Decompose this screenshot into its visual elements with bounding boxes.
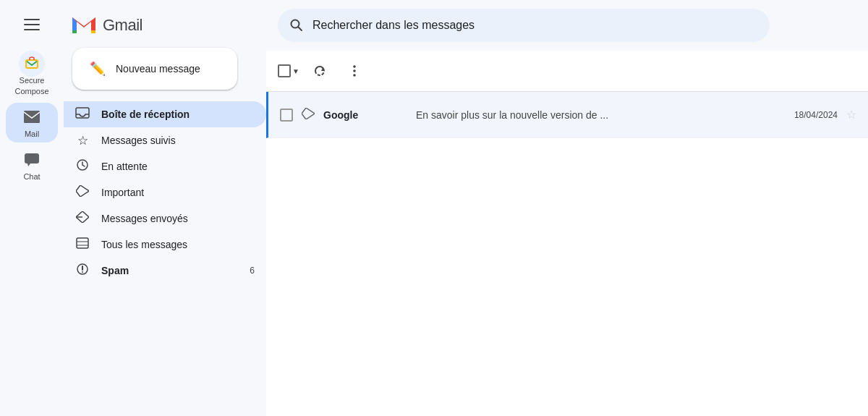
svg-rect-3 [24,111,40,123]
select-all-dropdown[interactable]: ▼ [278,64,299,77]
svg-marker-8 [76,185,89,197]
rail-item-mail[interactable]: Mail [6,103,58,143]
compose-button-label: Nouveau message [116,63,200,75]
icon-rail: Secure Compose Mail Chat [0,0,64,416]
refresh-button[interactable] [305,56,334,85]
svg-rect-4 [25,153,39,164]
email-important-icon [302,108,315,122]
mail-icon [23,110,41,124]
hamburger-icon [24,19,40,30]
all-mail-icon [75,237,90,252]
secure-compose-icon [19,51,45,77]
pencil-icon: ✏️ [90,61,106,77]
clock-icon [75,158,90,175]
sidebar: Gmail ✏️ Nouveau message Boîte de récept… [64,0,266,416]
secure-compose-label: Secure [20,76,45,85]
hamburger-menu-button[interactable] [14,7,49,42]
sidebar-nav: Boîte de réception ☆ Messages suivis En … [64,101,266,284]
gmail-m-logo [69,14,98,36]
spam-icon [75,263,90,279]
svg-marker-5 [27,164,30,166]
spam-label: Spam [101,265,238,276]
starred-label: Messages suivis [101,135,255,146]
rail-item-chat[interactable]: Chat [6,145,58,185]
email-subject: En savoir plus sur la nouvelle version d… [416,109,783,121]
search-icon [289,18,304,33]
sidebar-item-starred[interactable]: ☆ Messages suivis [64,127,266,153]
email-star[interactable]: ☆ [846,108,856,122]
sidebar-item-snoozed[interactable]: En attente [64,153,266,179]
sidebar-item-important[interactable]: Important [64,179,266,205]
mail-icon-container [16,107,48,127]
select-all-arrow[interactable]: ▼ [292,67,299,75]
svg-line-18 [299,27,302,31]
secure-compose-label2: Compose [14,87,48,95]
inbox-label: Boîte de réception [101,109,255,120]
sidebar-item-spam[interactable]: Spam 6 [64,258,266,284]
rail-item-secure-compose[interactable]: Secure Compose [6,49,58,100]
svg-marker-22 [302,108,315,119]
spam-badge: 6 [250,266,255,276]
all-mail-label: Tous les messages [101,239,255,250]
inbox-icon [75,107,90,122]
email-item[interactable]: Google En savoir plus sur la nouvelle ve… [266,92,868,138]
search-bar-container: Rechercher dans les messages [266,0,868,51]
svg-point-19 [353,65,356,68]
important-icon [75,185,90,200]
sent-label: Messages envoyés [101,213,255,224]
compose-button[interactable]: ✏️ Nouveau message [72,48,237,90]
sidebar-item-all-mail[interactable]: Tous les messages [64,232,266,258]
svg-rect-11 [77,238,88,248]
sidebar-item-sent[interactable]: Messages envoyés [64,205,266,232]
snoozed-label: En attente [101,161,255,172]
sent-icon [75,211,90,226]
mail-label: Mail [25,130,39,138]
chat-icon-container [16,150,48,170]
star-icon: ☆ [75,133,90,148]
secure-compose-icon-container [16,54,48,74]
chat-label: Chat [23,172,40,181]
svg-point-16 [82,271,83,273]
email-sender: Google [323,109,410,121]
svg-point-0 [19,51,45,77]
email-checkbox[interactable] [280,109,293,122]
sidebar-item-inbox[interactable]: Boîte de réception [64,101,266,127]
search-placeholder-text: Rechercher dans les messages [312,19,475,32]
more-options-button[interactable] [340,56,369,85]
search-bar[interactable]: Rechercher dans les messages [278,9,770,42]
important-label: Important [101,187,255,198]
main-container: Gmail ✏️ Nouveau message Boîte de récept… [64,0,868,416]
email-toolbar: ▼ [266,51,868,92]
svg-point-21 [353,74,356,77]
email-list: Google En savoir plus sur la nouvelle ve… [266,92,868,416]
app-title: Gmail [103,16,142,35]
content-area: Rechercher dans les messages ▼ [266,0,868,416]
chat-icon [23,151,41,169]
refresh-icon [313,64,326,77]
select-all-checkbox[interactable] [278,64,291,77]
gmail-logo-container: Gmail [64,6,266,42]
more-options-icon [353,64,356,77]
email-date: 18/04/2024 [794,110,838,120]
svg-point-20 [353,69,356,72]
